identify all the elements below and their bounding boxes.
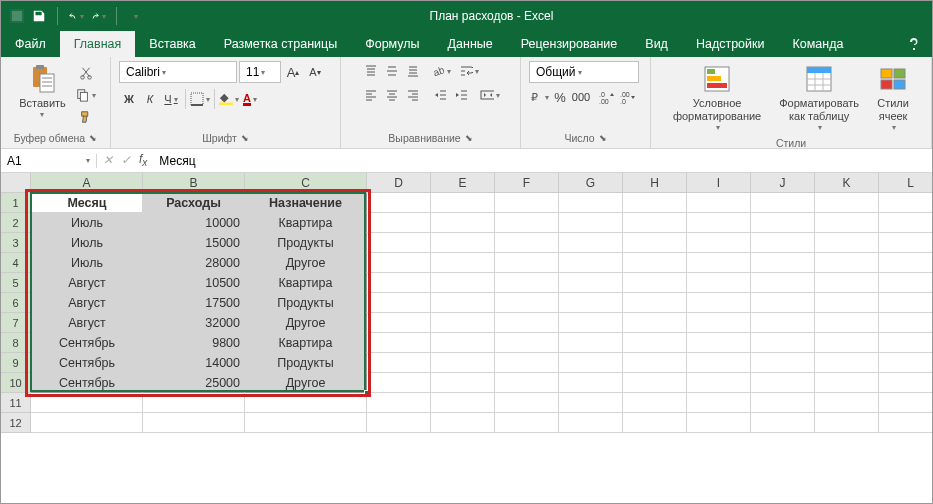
col-header-K[interactable]: K (815, 173, 879, 193)
col-header-H[interactable]: H (623, 173, 687, 193)
decrease-decimal-button[interactable]: .00.0 (618, 87, 638, 107)
decrease-indent-button[interactable] (431, 85, 451, 105)
row-header-3[interactable]: 3 (1, 233, 31, 253)
merge-button[interactable] (480, 85, 500, 105)
cell-C2[interactable]: Квартира (245, 213, 367, 233)
row-header-10[interactable]: 10 (1, 373, 31, 393)
col-header-C[interactable]: C (245, 173, 367, 193)
cell-J3[interactable] (751, 233, 815, 253)
cell-A2[interactable]: Июль (31, 213, 143, 233)
cell-F11[interactable] (495, 393, 559, 413)
cut-button[interactable] (76, 63, 96, 83)
cell-A1[interactable]: Месяц (31, 193, 143, 213)
col-header-I[interactable]: I (687, 173, 751, 193)
cell-D6[interactable] (367, 293, 431, 313)
cell-H1[interactable] (623, 193, 687, 213)
cell-E7[interactable] (431, 313, 495, 333)
cell-I6[interactable] (687, 293, 751, 313)
cell-D7[interactable] (367, 313, 431, 333)
fx-button[interactable]: fx (139, 152, 147, 168)
cell-K9[interactable] (815, 353, 879, 373)
cell-E9[interactable] (431, 353, 495, 373)
col-header-E[interactable]: E (431, 173, 495, 193)
save-icon[interactable] (31, 8, 47, 24)
col-header-B[interactable]: B (143, 173, 245, 193)
cell-H11[interactable] (623, 393, 687, 413)
cell-J2[interactable] (751, 213, 815, 233)
cell-C11[interactable] (245, 393, 367, 413)
redo-icon[interactable] (90, 8, 106, 24)
cell-I5[interactable] (687, 273, 751, 293)
cell-A9[interactable]: Сентябрь (31, 353, 143, 373)
cell-G3[interactable] (559, 233, 623, 253)
cell-J11[interactable] (751, 393, 815, 413)
cell-D4[interactable] (367, 253, 431, 273)
alignment-launcher[interactable]: ⬊ (465, 133, 473, 143)
cell-A11[interactable] (31, 393, 143, 413)
tab-team[interactable]: Команда (779, 31, 858, 57)
cell-C8[interactable]: Квартира (245, 333, 367, 353)
cell-B8[interactable]: 9800 (143, 333, 245, 353)
format-painter-button[interactable] (76, 107, 96, 127)
tab-pagelayout[interactable]: Разметка страницы (210, 31, 351, 57)
cell-K2[interactable] (815, 213, 879, 233)
cell-K1[interactable] (815, 193, 879, 213)
cell-G8[interactable] (559, 333, 623, 353)
cell-H8[interactable] (623, 333, 687, 353)
underline-button[interactable]: Ч (161, 89, 181, 109)
cell-H6[interactable] (623, 293, 687, 313)
cell-D1[interactable] (367, 193, 431, 213)
cell-C3[interactable]: Продукты (245, 233, 367, 253)
increase-decimal-button[interactable]: .0.00 (597, 87, 617, 107)
cell-B5[interactable]: 10500 (143, 273, 245, 293)
border-button[interactable] (190, 89, 210, 109)
cell-A12[interactable] (31, 413, 143, 433)
paste-button[interactable]: Вставить ▾ (15, 61, 70, 122)
cell-B3[interactable]: 15000 (143, 233, 245, 253)
cell-G6[interactable] (559, 293, 623, 313)
align-center-button[interactable] (382, 85, 402, 105)
cell-F5[interactable] (495, 273, 559, 293)
cell-I9[interactable] (687, 353, 751, 373)
cell-G7[interactable] (559, 313, 623, 333)
cell-L11[interactable] (879, 393, 932, 413)
cell-H3[interactable] (623, 233, 687, 253)
formula-input[interactable]: Месяц (153, 154, 932, 168)
row-header-1[interactable]: 1 (1, 193, 31, 213)
align-right-button[interactable] (403, 85, 423, 105)
comma-format-button[interactable]: 000 (571, 87, 591, 107)
tab-home[interactable]: Главная (60, 31, 136, 57)
cell-D12[interactable] (367, 413, 431, 433)
cell-F1[interactable] (495, 193, 559, 213)
cell-J10[interactable] (751, 373, 815, 393)
cell-I11[interactable] (687, 393, 751, 413)
cell-L1[interactable] (879, 193, 932, 213)
cell-F4[interactable] (495, 253, 559, 273)
cell-G5[interactable] (559, 273, 623, 293)
number-format-combo[interactable]: Общий (529, 61, 639, 83)
row-header-5[interactable]: 5 (1, 273, 31, 293)
cell-D10[interactable] (367, 373, 431, 393)
cell-J6[interactable] (751, 293, 815, 313)
cell-D9[interactable] (367, 353, 431, 373)
cell-G1[interactable] (559, 193, 623, 213)
align-middle-button[interactable] (382, 61, 402, 81)
row-header-8[interactable]: 8 (1, 333, 31, 353)
cell-I12[interactable] (687, 413, 751, 433)
cell-G4[interactable] (559, 253, 623, 273)
cell-C4[interactable]: Другое (245, 253, 367, 273)
clipboard-launcher[interactable]: ⬊ (89, 133, 97, 143)
cell-K11[interactable] (815, 393, 879, 413)
cell-H5[interactable] (623, 273, 687, 293)
cell-L4[interactable] (879, 253, 932, 273)
cell-D5[interactable] (367, 273, 431, 293)
undo-icon[interactable] (68, 8, 84, 24)
cell-E11[interactable] (431, 393, 495, 413)
cell-L9[interactable] (879, 353, 932, 373)
cell-L12[interactable] (879, 413, 932, 433)
increase-indent-button[interactable] (452, 85, 472, 105)
cell-I4[interactable] (687, 253, 751, 273)
row-header-9[interactable]: 9 (1, 353, 31, 373)
cell-D3[interactable] (367, 233, 431, 253)
cell-E4[interactable] (431, 253, 495, 273)
